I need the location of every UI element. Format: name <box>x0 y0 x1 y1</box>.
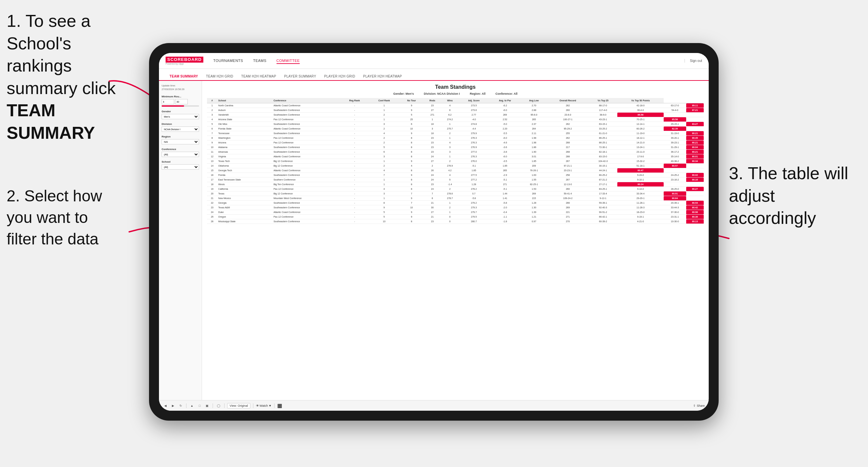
cell-12-11: 267 <box>547 159 589 164</box>
filter-school-select[interactable]: (All) <box>162 164 199 169</box>
cell-18-11: 260 <box>547 187 589 191</box>
cell-11-4: 3 <box>369 154 399 159</box>
cell-6-11: 255 <box>547 131 589 136</box>
filter-region-select[interactable]: N/A <box>162 139 199 145</box>
nav-teams[interactable]: TEAMS <box>253 58 266 64</box>
cell-8-5: 8 <box>399 141 424 145</box>
cell-5-6: 3 <box>424 126 441 131</box>
nav-links: TOURNAMENTS TEAMS COMMITTEE <box>213 58 685 64</box>
toolbar-reload[interactable]: ↻ <box>178 403 183 408</box>
logo-scoreboard[interactable]: SCOREBOARD <box>165 57 203 63</box>
col-rnds: Rnds <box>424 98 441 103</box>
tab-player-h2h-heatmap[interactable]: PLAYER H2H HEATMAP <box>359 72 406 81</box>
cell-13-12: 30-15-1 <box>588 164 617 168</box>
cell-18-7: 2 <box>441 187 459 191</box>
filter-min-input[interactable] <box>162 99 174 104</box>
cell-23-6: 27 <box>424 210 441 215</box>
table-row: 3VanderbiltSoutheastern Conference-25271… <box>207 113 704 117</box>
sign-out-button[interactable]: Sign out <box>685 59 702 63</box>
cell-19-0: 20 <box>207 191 217 196</box>
cell-25-12: 60-39-2 <box>588 219 617 224</box>
table-row: 11ArkansasSoutheastern Conference-682332… <box>207 150 704 154</box>
main-content: Update time: 27/03/2024 16:56:26 Minimum… <box>159 81 709 400</box>
cell-18-15: 80.27 <box>686 187 704 191</box>
cell-16-9: -5.1 <box>489 178 521 182</box>
cell-21-14: 20-39-1 <box>664 201 686 205</box>
cell-17-10: 82-25-1 <box>521 182 547 187</box>
filter-gender: Gender Men's Women's <box>162 110 199 119</box>
toolbar-timer[interactable]: ◯ <box>216 403 222 408</box>
toolbar-back[interactable]: ◀ <box>163 403 168 408</box>
cell-6-14: 31-19-0 <box>664 131 686 136</box>
tab-player-h2h-grid[interactable]: PLAYER H2H GRID <box>320 72 359 81</box>
toolbar-bookmark[interactable]: □ <box>197 403 202 408</box>
cell-23-9: -0.4 <box>489 210 521 215</box>
cell-2-2: Southeastern Conference <box>273 113 340 117</box>
cell-9-10: 1.86 <box>521 145 547 150</box>
cell-1-10: 2.88 <box>521 108 547 113</box>
toolbar-share[interactable]: ▲ <box>189 403 195 408</box>
cell-12-9: -3.5 <box>489 159 521 164</box>
cell-3-8: -4.0 <box>459 117 489 122</box>
table-header: # School Conference Reg Rank Conf Rank N… <box>207 98 704 103</box>
cell-3-5: 25 <box>399 117 424 122</box>
cell-22-12: 92-40-3 <box>588 205 617 210</box>
nav-committee[interactable]: COMMITTEE <box>277 58 300 64</box>
tab-team-h2h-grid[interactable]: TEAM H2H GRID <box>202 72 237 81</box>
cell-23-13: 18-23-0 <box>617 210 664 215</box>
tab-team-summary[interactable]: TEAM SUMMARY <box>165 72 202 81</box>
cell-5-5: 10 <box>399 126 424 131</box>
cell-14-8: 1.85 <box>459 168 489 173</box>
cell-3-6: 1 <box>424 117 441 122</box>
cell-7-9: -6.0 <box>489 136 521 141</box>
share-button[interactable]: ⇧ Share <box>693 404 705 407</box>
cell-22-1: Texas A&M <box>217 205 273 210</box>
cell-20-10: 215 <box>521 196 547 201</box>
filter-max-input[interactable] <box>175 99 188 104</box>
cell-2-8: 2.77 <box>459 113 489 117</box>
cell-11-1: Virginia <box>217 154 273 159</box>
cell-16-5: 8 <box>399 178 424 182</box>
cell-4-4: 3 <box>369 122 399 126</box>
cell-16-10: 1.55 <box>521 178 547 182</box>
nav-tournaments[interactable]: TOURNAMENTS <box>213 58 243 64</box>
cell-11-7: 1 <box>441 154 459 159</box>
table-division: Division: NCAA Division I <box>424 92 460 95</box>
filter-gender-select[interactable]: Men's Women's <box>162 114 199 119</box>
cell-11-6: 24 <box>424 154 441 159</box>
cell-24-15: 80.38 <box>686 215 704 219</box>
table-row: 24DukeAtlantic Coast Conference-59271279… <box>207 210 704 215</box>
toolbar-copy[interactable]: ▣ <box>204 403 210 408</box>
cell-17-6: 23 <box>424 182 441 187</box>
cell-1-15: 87.21 <box>686 108 704 113</box>
cell-5-10: 264 <box>521 126 547 131</box>
cell-24-8: 279.5 <box>459 215 489 219</box>
table-filter-row: Gender: Men's Division: NCAA Division I … <box>207 92 704 95</box>
cell-5-9: 2.20 <box>489 126 521 131</box>
tab-team-h2h-heatmap[interactable]: TEAM H2H HEATMAP <box>237 72 280 81</box>
table-row: 5Ole MissSoutheastern Conference-3618127… <box>207 122 704 126</box>
cell-19-11: 59-41-4 <box>547 191 589 196</box>
filter-region: Region N/A <box>162 135 199 145</box>
cell-8-14: 39-23-1 <box>664 141 686 145</box>
cell-2-10: 95-6-0 <box>521 113 547 117</box>
cell-0-12: 88-17-0 <box>588 103 617 108</box>
filter-division-select[interactable]: NCAA Division I <box>162 126 199 132</box>
view-original-button[interactable]: View: Original <box>227 403 250 408</box>
col-reg-rank: Reg Rank <box>340 98 369 103</box>
col-vs-top50-pts: Vs Top 50 Points <box>617 98 664 103</box>
filter-school-label: School <box>162 160 199 163</box>
cell-17-2: Big Ten Conference <box>273 182 340 187</box>
watch-button[interactable]: 👁 Watch ▼ <box>256 404 272 407</box>
filter-conference-select[interactable]: (All) <box>162 152 199 157</box>
cell-10-13: 23-11-0 <box>617 150 664 154</box>
cell-4-10: 2.37 <box>521 122 547 126</box>
cell-25-1: Mississippi State <box>217 219 273 224</box>
cell-13-11: 97-21-1 <box>547 164 589 168</box>
toolbar-forward[interactable]: ▶ <box>170 403 176 408</box>
cell-1-9: -6.0 <box>489 108 521 113</box>
tab-player-summary[interactable]: PLAYER SUMMARY <box>280 72 320 81</box>
col-avg-low: Avg Low <box>521 98 547 103</box>
cell-20-0: 21 <box>207 196 217 201</box>
cell-25-7: 0 <box>441 219 459 224</box>
